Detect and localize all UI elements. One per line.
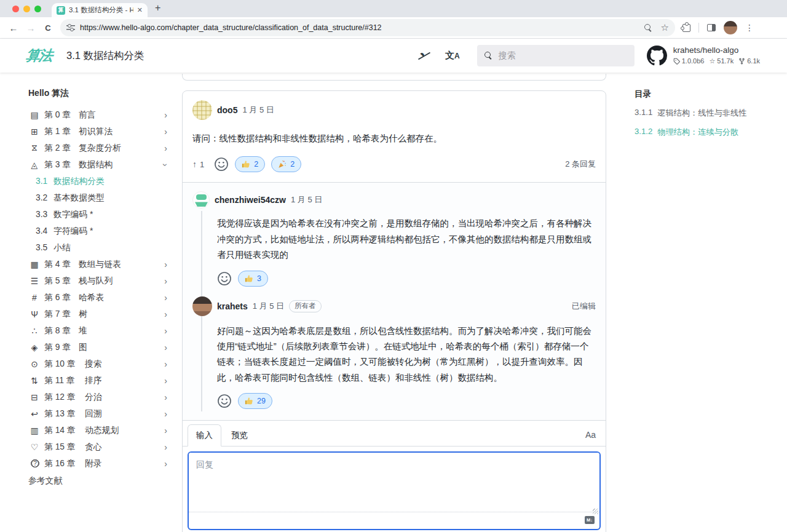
- bookmark-star-icon[interactable]: ☆: [661, 22, 669, 33]
- site-settings-icon[interactable]: [66, 25, 75, 31]
- reply-author[interactable]: krahets: [217, 301, 248, 311]
- extensions-icon[interactable]: [682, 24, 690, 32]
- chevron-right-icon[interactable]: ›: [164, 276, 167, 286]
- sidebar-item-data-structure[interactable]: ◬ 第 3 章数据结构 ›: [18, 156, 176, 173]
- comment-author[interactable]: doo5: [217, 105, 237, 115]
- comments-section: doo5 1 月 5 日 请问：线性数据结构和非线性数据结构，哈希表为什么都存在…: [182, 73, 606, 532]
- reaction-thumbs-up[interactable]: 3: [238, 271, 268, 287]
- forward-icon[interactable]: →: [22, 23, 39, 33]
- reply-date[interactable]: 1 月 5 日: [291, 194, 322, 205]
- sidebar-item-appendix[interactable]: ? 第 16 章附录 ›: [18, 455, 176, 472]
- chevron-right-icon[interactable]: ›: [164, 110, 167, 120]
- sidebar-item-searching[interactable]: ⊙ 第 10 章搜索 ›: [18, 355, 176, 372]
- sidebar-item-backtracking[interactable]: ↩ 第 13 章回溯 ›: [18, 405, 176, 422]
- sidebar-item-preface[interactable]: ▤ 第 0 章前言 ›: [18, 106, 176, 123]
- chevron-right-icon[interactable]: ›: [164, 260, 167, 269]
- sidebar-item-array-linkedlist[interactable]: ▦ 第 4 章数组与链表 ›: [18, 256, 176, 272]
- reaction-thumbs-up[interactable]: 2: [235, 156, 265, 172]
- sidebar-item-graph[interactable]: ◈ 第 9 章图 ›: [18, 339, 176, 355]
- upvote-button[interactable]: ↑ 1: [192, 159, 204, 169]
- sidebar-item-divide-conquer[interactable]: ⊟ 第 12 章分治 ›: [18, 389, 176, 405]
- address-bar[interactable]: https://www.hello-algo.com/chapter_data_…: [60, 19, 675, 36]
- minimize-window-button[interactable]: [23, 6, 30, 12]
- chevron-right-icon[interactable]: ›: [164, 343, 167, 352]
- translate-icon[interactable]: 文A: [445, 50, 460, 62]
- chevron-right-icon[interactable]: ›: [164, 309, 167, 319]
- maximize-window-button[interactable]: [34, 6, 41, 12]
- sidebar-subitem-basic-types[interactable]: 3.2基本数据类型: [18, 189, 176, 206]
- chevron-down-icon[interactable]: ›: [161, 163, 171, 166]
- github-repo-link[interactable]: krahets/hello-algo 1.0.0b6 ☆51.7k 6.1k: [647, 46, 760, 66]
- chevron-right-icon[interactable]: ›: [164, 376, 167, 386]
- text-format-icon[interactable]: Aa: [585, 430, 596, 446]
- chevron-right-icon[interactable]: ›: [164, 293, 167, 303]
- browser-menu-icon[interactable]: ⋮: [745, 23, 754, 33]
- resize-handle[interactable]: [593, 509, 598, 514]
- chevron-right-icon[interactable]: ›: [164, 359, 167, 369]
- sidebar-item-stack-queue[interactable]: ☰ 第 5 章栈与队列 ›: [18, 272, 176, 289]
- search-icon: [484, 52, 492, 60]
- comment-date[interactable]: 1 月 5 日: [242, 105, 274, 116]
- comment-thread-card: doo5 1 月 5 日 请问：线性数据结构和非线性数据结构，哈希表为什么都存在…: [182, 90, 606, 532]
- chevron-right-icon[interactable]: ›: [164, 409, 167, 419]
- avatar[interactable]: [192, 296, 212, 316]
- sidebar-item-sorting[interactable]: ⇅ 第 11 章排序 ›: [18, 372, 176, 389]
- site-header: 算法 3.1 数据结构分类 文A 搜索 krahets/hello-algo 1…: [0, 39, 787, 73]
- avatar[interactable]: [192, 100, 212, 120]
- greedy-icon: ♡: [28, 442, 41, 452]
- sidebar-item-tree[interactable]: Ψ 第 7 章树 ›: [18, 306, 176, 322]
- previous-comment-card-partial: [182, 74, 606, 81]
- sidebar-item-dynamic-programming[interactable]: ▥ 第 14 章动态规划 ›: [18, 422, 176, 439]
- chevron-right-icon[interactable]: ›: [164, 442, 167, 452]
- smiley-icon: [217, 271, 232, 286]
- chevron-right-icon[interactable]: ›: [164, 127, 167, 137]
- tab-close-icon[interactable]: ✕: [137, 6, 143, 14]
- toc-item-physical-structure[interactable]: 3.1.2物理结构：连续与分散: [635, 127, 776, 138]
- reply: chenzhiwei54czw 1 月 5 日 我觉得应该是因为哈希表在没有冲突…: [192, 191, 596, 286]
- editor-tabs: 输入 预览 Aa: [183, 421, 606, 447]
- sidebar-item-intro-algorithm[interactable]: ⊞ 第 1 章初识算法 ›: [18, 123, 176, 140]
- add-reaction-button[interactable]: [217, 394, 232, 408]
- sidebar-item-references[interactable]: 参考文献: [28, 472, 176, 489]
- sidebar-subitem-classification[interactable]: 3.1数据结构分类: [18, 173, 176, 189]
- browser-tab[interactable]: 算 3.1 数据结构分类 - Hello 算法 ✕: [52, 3, 148, 17]
- reply-author[interactable]: chenzhiwei54czw: [215, 195, 286, 205]
- theme-toggle-icon[interactable]: [418, 50, 430, 62]
- toc-item-logical-structure[interactable]: 3.1.1逻辑结构：线性与非线性: [635, 108, 776, 119]
- url-text[interactable]: https://www.hello-algo.com/chapter_data_…: [80, 23, 639, 32]
- sidebar-item-hash-table[interactable]: # 第 6 章哈希表 ›: [18, 289, 176, 306]
- side-panel-icon[interactable]: [707, 24, 716, 31]
- tab-preview[interactable]: 预览: [221, 425, 258, 446]
- chevron-right-icon[interactable]: ›: [164, 459, 167, 469]
- upvote-arrow-icon: ↑: [192, 159, 197, 169]
- reaction-thumbs-up[interactable]: 29: [238, 393, 272, 409]
- zoom-page-icon[interactable]: [644, 24, 652, 32]
- add-reaction-button[interactable]: [214, 157, 229, 172]
- party-popper-icon: [278, 160, 287, 169]
- browser-profile-avatar[interactable]: [724, 21, 737, 34]
- reply-textarea[interactable]: [189, 453, 599, 512]
- sidebar-item-complexity[interactable]: ⧖ 第 2 章复杂度分析 ›: [18, 140, 176, 156]
- sidebar-site-title: Hello 算法: [28, 88, 176, 99]
- tab-write[interactable]: 输入: [188, 424, 221, 447]
- owner-badge: 所有者: [289, 300, 322, 312]
- close-window-button[interactable]: [12, 6, 19, 12]
- sidebar-subitem-summary[interactable]: 3.5小结: [18, 239, 176, 256]
- reply-date[interactable]: 1 月 5 日: [253, 301, 284, 312]
- back-icon[interactable]: ←: [5, 23, 22, 33]
- search-input[interactable]: 搜索: [477, 45, 635, 66]
- chevron-right-icon[interactable]: ›: [164, 392, 167, 402]
- chevron-right-icon[interactable]: ›: [164, 426, 167, 435]
- sidebar-item-greedy[interactable]: ♡ 第 15 章贪心 ›: [18, 439, 176, 455]
- chevron-right-icon[interactable]: ›: [164, 143, 167, 153]
- site-logo[interactable]: 算法: [25, 46, 52, 65]
- sidebar-subitem-char-encoding[interactable]: 3.4字符编码 *: [18, 223, 176, 239]
- add-reaction-button[interactable]: [217, 271, 232, 286]
- sidebar-subitem-number-encoding[interactable]: 3.3数字编码 *: [18, 206, 176, 223]
- new-tab-button[interactable]: +: [155, 2, 160, 14]
- reload-icon[interactable]: C: [39, 23, 57, 33]
- chevron-right-icon[interactable]: ›: [164, 326, 167, 336]
- avatar[interactable]: [192, 191, 210, 208]
- reaction-party-popper[interactable]: 2: [271, 156, 301, 172]
- sidebar-item-heap[interactable]: ∴ 第 8 章堆 ›: [18, 322, 176, 339]
